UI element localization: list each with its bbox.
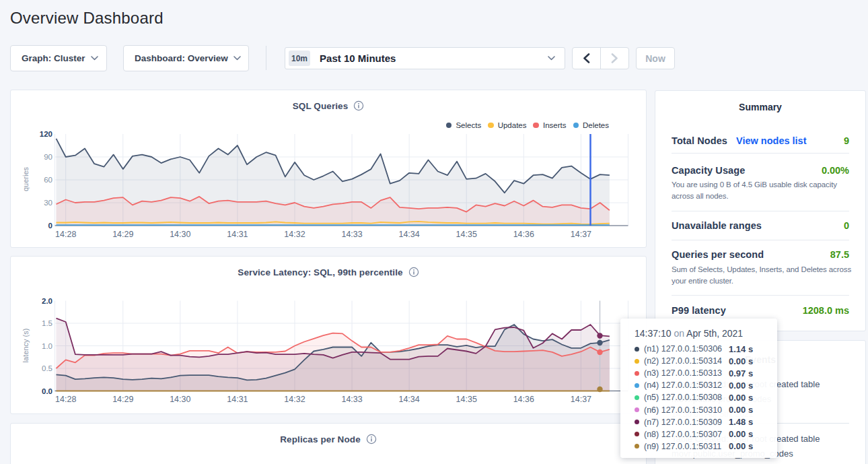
summary-row-value: 9	[844, 135, 849, 146]
time-range-label: Past 10 Minutes	[320, 53, 542, 64]
dashboard-dropdown[interactable]: Dashboard: Overview	[123, 45, 249, 71]
tooltip-node-label: (n2) 127.0.0.1:50314	[644, 356, 729, 366]
tooltip-node-dot	[635, 347, 639, 352]
summary-row-label: P99 latency	[672, 305, 726, 316]
tooltip-timestamp: 14:37:10 on Apr 5th, 2021	[635, 328, 743, 339]
service-latency-chart-panel: Service Latency: SQL, 99th percentile0.0…	[10, 256, 647, 414]
view-nodes-list-link[interactable]: View nodes list	[736, 135, 807, 146]
y-axis-label: latency (s)	[22, 298, 30, 393]
xtick-label: 14:29	[107, 395, 139, 404]
tooltip-node-label: (n1) 127.0.0.1:50306	[644, 344, 729, 354]
summary-divider	[672, 295, 849, 296]
tooltip-node-dot	[635, 359, 639, 364]
chart-plot[interactable]	[11, 90, 646, 247]
chart-title: Replicas per Node	[280, 434, 361, 444]
xtick-label: 14:35	[450, 230, 482, 239]
summary-divider	[672, 211, 849, 211]
time-step-buttons	[572, 47, 629, 69]
graph-dropdown[interactable]: Graph: Cluster	[10, 45, 107, 71]
xtick-label: 14:31	[221, 230, 254, 239]
tooltip-row: (n5) 127.0.0.1:503080.00 s	[635, 391, 772, 403]
chevron-right-icon	[611, 53, 618, 63]
xtick-label: 14:32	[279, 230, 311, 239]
summary-row-label: Capacity Usage	[672, 165, 745, 176]
xtick-label: 14:28	[50, 230, 82, 239]
xtick-label: 14:36	[507, 230, 540, 239]
summary-title: Summary	[655, 102, 865, 112]
tooltip-node-dot	[635, 407, 639, 412]
tooltip-row: (n2) 127.0.0.1:503140.00 s	[635, 355, 772, 367]
chart-title-row: Replicas per Node	[11, 432, 646, 446]
tooltip-row: (n4) 127.0.0.1:503120.00 s	[635, 379, 772, 391]
summary-row-description: Sum of Selects, Updates, Inserts, and De…	[672, 264, 852, 288]
summary-row-value: 0.00%	[822, 165, 849, 176]
xtick-label: 14:28	[50, 395, 82, 404]
tooltip-node-dot	[635, 383, 639, 388]
y-axis-label: queries	[22, 132, 30, 226]
tooltip-node-label: (n3) 127.0.0.1:50313	[644, 368, 729, 378]
summary-row: Queries per second87.5	[672, 249, 849, 260]
summary-row: P99 latency1208.0 ms	[672, 305, 849, 316]
xtick-label: 14:30	[164, 395, 196, 404]
tooltip-node-value: 0.97 s	[729, 368, 753, 378]
tooltip-node-value: 0.00 s	[729, 405, 753, 415]
tooltip-node-label: (n8) 127.0.0.1:50307	[644, 430, 729, 439]
hover-dot	[597, 350, 602, 355]
summary-row-description: You are using 0 B of 4.5 GiB usable disk…	[672, 179, 852, 203]
tooltip-node-label: (n5) 127.0.0.1:50308	[644, 393, 729, 402]
hover-dot	[597, 387, 602, 392]
chevron-down-icon	[548, 56, 555, 61]
time-range-badge: 10m	[289, 51, 310, 66]
hover-dot	[597, 340, 602, 345]
time-step-forward-button[interactable]	[601, 48, 628, 69]
xtick-label: 14:29	[107, 230, 139, 239]
tooltip-node-value: 0.00 s	[729, 380, 753, 391]
tooltip-row: (n1) 127.0.0.1:503061.14 s	[635, 343, 772, 355]
tooltip-node-label: (n7) 127.0.0.1:50309	[644, 418, 729, 427]
tooltip-node-dot	[635, 432, 639, 436]
dashboard-dropdown-label: Dashboard: Overview	[135, 53, 228, 63]
chart-plot[interactable]	[11, 257, 646, 413]
summary-row: Total NodesView nodes list9	[672, 135, 849, 146]
summary-row-label: Queries per second	[672, 249, 764, 260]
tooltip-node-dot	[635, 420, 639, 424]
xtick-label: 14:34	[393, 230, 425, 239]
now-button[interactable]: Now	[636, 47, 675, 69]
tooltip-node-label: (n4) 127.0.0.1:50312	[644, 380, 729, 390]
tooltip-node-value: 0.00 s	[729, 393, 753, 403]
xtick-label: 14:33	[336, 230, 368, 239]
summary-row-label: Total Nodes	[672, 135, 727, 146]
tooltip-node-label: (n6) 127.0.0.1:50310	[644, 405, 729, 415]
tooltip-node-label: (n9) 127.0.0.1:50311	[644, 442, 729, 451]
page-title: Overview Dashboard	[10, 9, 164, 28]
replicas-per-node-chart-panel: Replicas per Node30	[10, 423, 647, 464]
tooltip-node-value: 1.14 s	[729, 344, 753, 354]
chevron-down-icon	[91, 56, 98, 61]
tooltip-node-value: 1.48 s	[729, 417, 753, 427]
xtick-label: 14:31	[221, 395, 254, 404]
xtick-label: 14:32	[279, 395, 311, 404]
summary-row-label: Unavailable ranges	[672, 220, 762, 231]
chart-hover-tooltip: 14:37:10 on Apr 5th, 2021 (n1) 127.0.0.1…	[620, 319, 777, 458]
time-range-dropdown[interactable]: 10m Past 10 Minutes	[285, 47, 565, 69]
tooltip-node-dot	[635, 395, 639, 400]
info-icon[interactable]	[366, 434, 377, 444]
tooltip-node-value: 0.00 s	[729, 441, 753, 451]
hover-dot	[597, 333, 602, 338]
tooltip-row: (n9) 127.0.0.1:503110.00 s	[635, 440, 772, 453]
tooltip-node-value: 0.00 s	[729, 356, 753, 366]
summary-divider	[672, 240, 849, 240]
tooltip-row: (n7) 127.0.0.1:503091.48 s	[635, 416, 772, 428]
summary-row: Unavailable ranges0	[672, 220, 849, 231]
tooltip-node-dot	[635, 444, 639, 449]
xtick-label: 14:30	[164, 230, 196, 239]
tooltip-node-value: 0.00 s	[729, 429, 753, 439]
summary-row-value: 0	[844, 220, 849, 231]
chevron-left-icon	[583, 53, 590, 63]
xtick-label: 14:33	[336, 395, 368, 404]
toolbar-divider	[266, 46, 266, 70]
chevron-down-icon	[233, 56, 241, 61]
xtick-label: 14:37	[565, 395, 597, 404]
graph-dropdown-label: Graph: Cluster	[22, 53, 85, 63]
time-step-back-button[interactable]	[573, 48, 601, 69]
